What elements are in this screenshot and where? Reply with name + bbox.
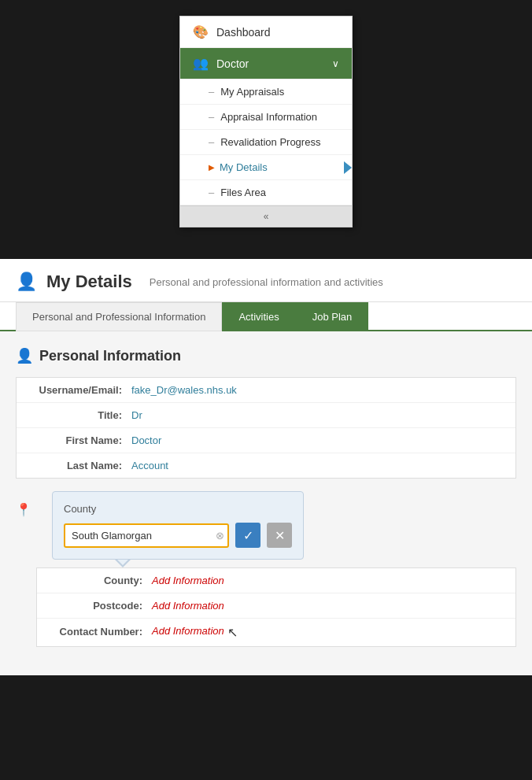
checkmark-icon: ✓ (243, 528, 253, 543)
nav-sub-my-details-container: My Details (180, 155, 352, 180)
county-content: County ⊗ ✓ ✕ (36, 491, 516, 660)
title-value: Dr (131, 409, 142, 421)
collapse-icon: « (264, 211, 269, 222)
page-title: My Details (46, 272, 132, 292)
lastname-value: Account (131, 460, 168, 471)
nav-dashboard-label: Dashboard (216, 26, 339, 39)
page-subtitle: Personal and professional information an… (150, 276, 383, 288)
tab-job-plan[interactable]: Job Plan (296, 302, 369, 331)
tab-label: Activities (238, 311, 279, 323)
cancel-icon: ✕ (275, 528, 285, 543)
county-add-info[interactable]: Add Information (152, 575, 224, 586)
contact-add-info[interactable]: Add Information (152, 625, 224, 640)
username-label: Username/Email: (29, 384, 131, 396)
table-row: Title: Dr (17, 403, 515, 428)
tab-label: Job Plan (312, 311, 353, 323)
person-section-icon: 👤 (16, 347, 33, 364)
county-popup: County ⊗ ✓ ✕ (52, 491, 304, 560)
page-header: 👤 My Details Personal and professional i… (0, 259, 532, 302)
postcode-add-info[interactable]: Add Information (152, 600, 224, 612)
title-label: Title: (29, 409, 131, 421)
nav-sub-my-details[interactable]: My Details (180, 155, 352, 180)
nav-item-doctor[interactable]: 👥 Doctor ∨ (180, 48, 352, 79)
table-row: Username/Email: fake_Dr@wales.nhs.uk (17, 378, 515, 403)
county-input-wrapper: ⊗ (64, 523, 229, 548)
county-field-label: County: (50, 575, 152, 586)
contact-field-label: Contact Number: (50, 625, 152, 640)
add-info-text: Add Information (152, 575, 224, 586)
add-info-text: Add Information (152, 625, 224, 637)
mouse-cursor: ↖ (227, 625, 238, 640)
table-row: First Name: Doctor (17, 428, 515, 453)
nav-collapse-button[interactable]: « (180, 205, 352, 227)
my-details-icon: 👤 (16, 272, 37, 292)
popup-arrow (115, 560, 131, 567)
add-info-text: Add Information (152, 600, 224, 612)
active-indicator-arrow (344, 161, 352, 174)
nav-sub-label: My Details (220, 161, 268, 173)
county-cancel-button[interactable]: ✕ (267, 523, 292, 548)
postcode-field-label: Postcode: (50, 600, 152, 612)
firstname-label: First Name: (29, 434, 131, 446)
nav-doctor-label: Doctor (216, 57, 332, 70)
nav-sub-revalidation-progress[interactable]: Revalidation Progress (180, 130, 352, 155)
doctor-icon: 👥 (193, 56, 209, 71)
county-input[interactable] (64, 523, 229, 548)
nav-sub-my-appraisals[interactable]: My Appraisals (180, 79, 352, 105)
nav-sub-appraisal-information[interactable]: Appraisal Information (180, 105, 352, 130)
lastname-label: Last Name: (29, 460, 131, 471)
nav-item-dashboard[interactable]: 🎨 Dashboard (180, 17, 352, 48)
chevron-down-icon: ∨ (332, 58, 339, 69)
county-section: 📍 County ⊗ ✓ ✕ (16, 491, 516, 660)
nav-sub-label: Appraisal Information (220, 111, 317, 123)
personal-info-table: Username/Email: fake_Dr@wales.nhs.uk Tit… (16, 377, 516, 479)
content-area: 👤 Personal Information Username/Email: f… (0, 331, 532, 675)
dashboard-icon: 🎨 (193, 24, 209, 39)
table-row: Postcode: Add Information (37, 593, 515, 619)
navigation-menu: 🎨 Dashboard 👥 Doctor ∨ My Appraisals App… (179, 16, 353, 227)
firstname-value: Doctor (131, 434, 161, 446)
personal-info-section-header: 👤 Personal Information (16, 347, 516, 364)
clear-input-icon[interactable]: ⊗ (216, 530, 224, 542)
county-confirm-button[interactable]: ✓ (235, 523, 260, 548)
tab-activities[interactable]: Activities (222, 302, 295, 331)
personal-info-title: Personal Information (39, 348, 181, 364)
tab-label: Personal and Professional Information (32, 311, 205, 323)
address-info-table: County: Add Information Postcode: Add In… (36, 567, 516, 647)
county-popup-title: County (64, 503, 292, 515)
county-input-row: ⊗ ✓ ✕ (64, 523, 292, 548)
tab-personal-professional[interactable]: Personal and Professional Information (16, 302, 222, 331)
table-row: Last Name: Account (17, 453, 515, 478)
nav-sub-label: Revalidation Progress (220, 136, 320, 148)
my-details-page: 👤 My Details Personal and professional i… (0, 259, 532, 675)
nav-sub-files-area[interactable]: Files Area (180, 180, 352, 205)
location-pin-icon: 📍 (16, 502, 31, 517)
table-row: Contact Number: Add Information ↖ (37, 619, 515, 646)
tabs-bar: Personal and Professional Information Ac… (0, 302, 532, 331)
nav-sub-label: My Appraisals (220, 86, 284, 98)
username-value: fake_Dr@wales.nhs.uk (131, 384, 237, 396)
table-row: County: Add Information (37, 568, 515, 593)
nav-sub-label: Files Area (220, 187, 266, 198)
